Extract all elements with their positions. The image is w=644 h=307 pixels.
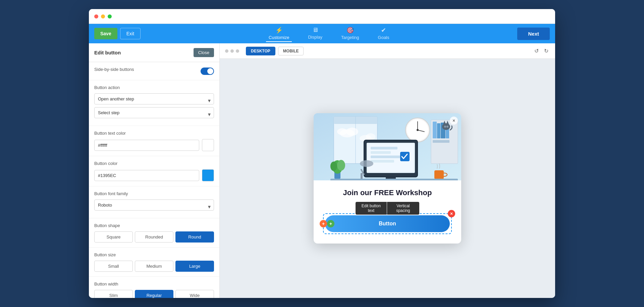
spacing-tooltip[interactable]: Vertical spacing xyxy=(387,202,419,215)
svg-rect-30 xyxy=(371,156,404,158)
canvas-dot-3 xyxy=(236,49,239,53)
svg-rect-43 xyxy=(434,170,444,179)
refresh-button[interactable]: ↺ xyxy=(533,46,540,55)
size-large-button[interactable]: Large xyxy=(175,261,214,272)
remove-button[interactable]: × xyxy=(448,210,455,217)
nav-customize[interactable]: ⚡ Customize xyxy=(266,25,292,42)
text-color-input[interactable] xyxy=(94,140,199,151)
button-size-label: Button size xyxy=(94,252,214,257)
side-by-side-toggle[interactable] xyxy=(201,68,214,75)
nav-goals[interactable]: ✔ Goals xyxy=(375,25,392,42)
nav-customize-label: Customize xyxy=(269,35,289,40)
side-by-side-section: Side-by-side buttons xyxy=(89,62,219,80)
nav-display[interactable]: 🖥 Display xyxy=(305,25,325,42)
nav-targeting-label: Targeting xyxy=(341,35,359,40)
size-small-button[interactable]: Small xyxy=(94,261,133,272)
svg-rect-19 xyxy=(433,140,449,143)
save-button[interactable]: Save xyxy=(94,28,117,39)
canvas-area: DESKTOP MOBILE ↺ ↻ xyxy=(220,43,555,298)
svg-point-6 xyxy=(337,128,347,135)
button-color-section: Button color xyxy=(89,156,219,186)
modal-cta-button[interactable]: Button xyxy=(325,215,450,232)
text-color-swatch[interactable] xyxy=(202,139,214,151)
traffic-light-green[interactable] xyxy=(108,14,112,18)
action-select-wrapper: Open another step Go to URL Close Submit… xyxy=(94,93,214,107)
button-size-section: Button size Small Medium Large xyxy=(89,248,219,277)
svg-point-13 xyxy=(417,129,419,131)
desk-scene-svg xyxy=(314,113,461,180)
action-select[interactable]: Open another step Go to URL Close Submit… xyxy=(94,93,214,104)
svg-rect-16 xyxy=(437,123,440,138)
app-window: Save Exit ⚡ Customize 🖥 Display 🎯 Target… xyxy=(89,9,555,298)
modal-body: Join our FREE Workshop Sign up to get ac… xyxy=(314,180,461,244)
button-color-label: Button color xyxy=(94,161,214,166)
modal-image: × xyxy=(314,113,461,180)
step-select[interactable]: Select step Step 1 Step 2 Step 3 xyxy=(94,107,214,118)
width-wide-button[interactable]: Wide xyxy=(175,290,214,298)
shape-rounded-button[interactable]: Rounded xyxy=(135,231,173,243)
side-by-side-label: Side-by-side buttons xyxy=(94,67,134,72)
svg-point-5 xyxy=(346,128,358,136)
font-select[interactable]: Roboto Arial Georgia Helvetica xyxy=(94,200,214,211)
font-select-wrapper: Roboto Arial Georgia Helvetica ▾ xyxy=(94,200,214,213)
svg-rect-29 xyxy=(371,151,391,154)
button-action-section: Button action Open another step Go to UR… xyxy=(89,80,219,126)
canvas-toolbar: DESKTOP MOBILE ↺ ↻ xyxy=(220,43,555,59)
modal-close-button[interactable]: × xyxy=(450,117,458,125)
panel-title: Edit button xyxy=(94,50,121,55)
edit-text-tooltip[interactable]: Edit button text xyxy=(356,202,387,215)
traffic-light-red[interactable] xyxy=(94,14,98,18)
toolbar-center: ⚡ Customize 🖥 Display 🎯 Targeting ✔ Goal… xyxy=(145,25,513,42)
nav-goals-label: Goals xyxy=(378,35,389,40)
shape-square-button[interactable]: Square xyxy=(94,231,133,243)
button-width-section: Button width Slim Regular Wide xyxy=(89,277,219,298)
targeting-icon: 🎯 xyxy=(346,27,354,34)
modal-title: Join our FREE Workshop xyxy=(323,188,452,197)
desktop-view-button[interactable]: DESKTOP xyxy=(246,47,275,55)
btn-color-row xyxy=(94,169,214,181)
next-button[interactable]: Next xyxy=(517,28,550,40)
fullscreen-button[interactable]: ↻ xyxy=(543,46,550,55)
canvas-content: × Join our FREE Workshop Sign up to get … xyxy=(220,59,555,298)
svg-point-8 xyxy=(366,133,375,140)
svg-point-41 xyxy=(330,162,337,171)
goals-icon: ✔ xyxy=(381,27,386,34)
shape-round-button[interactable]: Round xyxy=(175,231,214,243)
panel-header: Edit button Close xyxy=(89,43,219,62)
size-btn-group: Small Medium Large xyxy=(94,261,214,272)
btn-color-input[interactable] xyxy=(94,170,199,181)
customize-icon: ⚡ xyxy=(275,27,283,34)
toolbar-right: Next xyxy=(517,28,550,40)
button-shape-label: Button shape xyxy=(94,223,214,228)
width-slim-button[interactable]: Slim xyxy=(94,290,133,298)
close-panel-button[interactable]: Close xyxy=(194,48,214,57)
toolbar-left: Save Exit xyxy=(94,28,141,39)
svg-point-40 xyxy=(337,160,345,171)
svg-rect-44 xyxy=(330,179,458,180)
canvas-dot-1 xyxy=(225,49,228,53)
size-medium-button[interactable]: Medium xyxy=(135,261,173,272)
main-toolbar: Save Exit ⚡ Customize 🖥 Display 🎯 Target… xyxy=(89,24,555,43)
side-by-side-row: Side-by-side buttons xyxy=(94,67,214,75)
button-width-label: Button width xyxy=(94,281,214,287)
button-text-color-label: Button text color xyxy=(94,131,214,136)
width-regular-button[interactable]: Regular xyxy=(135,290,173,298)
canvas-dots xyxy=(225,49,239,53)
button-font-label: Button font family xyxy=(94,191,214,196)
mobile-view-button[interactable]: MOBILE xyxy=(278,47,304,55)
btn-color-swatch[interactable] xyxy=(202,169,214,181)
button-tooltip: Edit button text Vertical spacing xyxy=(356,202,419,215)
exit-button[interactable]: Exit xyxy=(120,28,141,39)
width-btn-group: Slim Regular Wide xyxy=(94,290,214,298)
traffic-light-yellow[interactable] xyxy=(101,14,105,18)
add-inner-button[interactable]: + xyxy=(327,220,334,227)
nav-targeting[interactable]: 🎯 Targeting xyxy=(338,25,362,42)
button-font-section: Button font family Roboto Arial Georgia … xyxy=(89,186,219,218)
title-bar xyxy=(89,9,555,24)
add-left-button[interactable]: + xyxy=(320,220,327,227)
left-panel: Edit button Close Side-by-side buttons B… xyxy=(89,43,220,298)
canvas-actions: ↺ ↻ xyxy=(533,46,550,55)
preview-modal: × Join our FREE Workshop Sign up to get … xyxy=(314,113,461,244)
svg-point-37 xyxy=(360,160,373,167)
canvas-dot-2 xyxy=(230,49,234,53)
